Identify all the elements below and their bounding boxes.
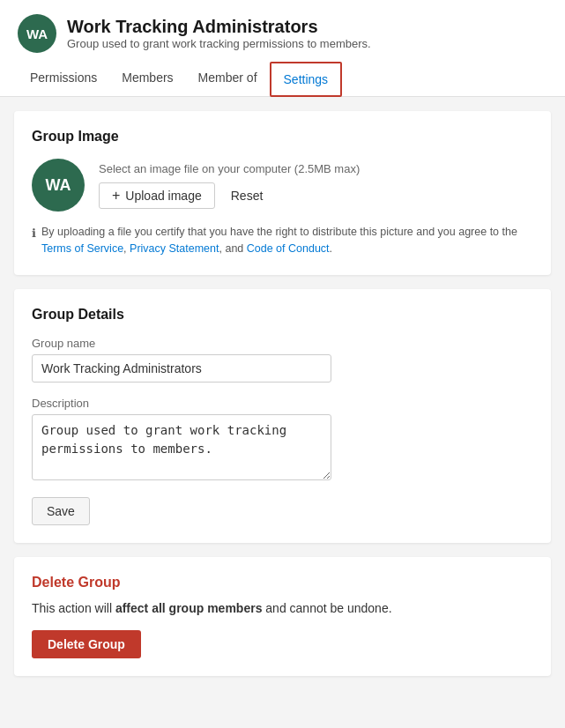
group-avatar: WA <box>18 14 56 53</box>
image-controls: Select an image file on your computer (2… <box>99 162 360 209</box>
tabs-nav: Permissions Members Member of Settings <box>18 62 547 96</box>
terms-link[interactable]: Terms of Service <box>41 242 123 255</box>
group-title: Work Tracking Administrators <box>67 17 371 37</box>
upload-image-button[interactable]: + Upload image <box>99 182 215 209</box>
header-text: Work Tracking Administrators Group used … <box>67 17 371 50</box>
group-details-title: Group Details <box>32 307 533 323</box>
conduct-link[interactable]: Code of Conduct <box>247 242 330 255</box>
group-name-input[interactable] <box>32 354 331 383</box>
delete-group-card: Delete Group This action will affect all… <box>14 557 551 676</box>
save-button[interactable]: Save <box>32 497 90 525</box>
group-description-label: Description <box>32 397 533 410</box>
image-row: WA Select an image file on your computer… <box>32 159 533 212</box>
delete-notice: This action will affect all group member… <box>32 599 533 618</box>
tab-member-of[interactable]: Member of <box>186 62 270 96</box>
main-content: Group Image WA Select an image file on y… <box>0 97 565 690</box>
group-name-group: Group name <box>32 337 533 383</box>
group-name-label: Group name <box>32 337 533 350</box>
privacy-link[interactable]: Privacy Statement <box>130 242 219 255</box>
tab-members[interactable]: Members <box>109 62 185 96</box>
group-subtitle: Group used to grant work tracking permis… <box>67 37 371 50</box>
image-buttons: + Upload image Reset <box>99 182 360 209</box>
image-notice: ℹ By uploading a file you certify that y… <box>32 224 533 257</box>
tab-permissions[interactable]: Permissions <box>18 62 109 96</box>
group-image-card: Group Image WA Select an image file on y… <box>14 111 551 275</box>
plus-icon: + <box>112 189 120 203</box>
group-description-textarea[interactable]: Group used to grant work tracking permis… <box>32 414 331 480</box>
reset-button[interactable]: Reset <box>224 183 271 208</box>
group-details-card: Group Details Group name Description Gro… <box>14 289 551 543</box>
header-top: WA Work Tracking Administrators Group us… <box>18 14 547 53</box>
group-image-title: Group Image <box>32 129 533 145</box>
tab-settings[interactable]: Settings <box>270 62 343 97</box>
delete-group-title: Delete Group <box>32 575 533 591</box>
group-image-avatar: WA <box>32 159 85 212</box>
page-header: WA Work Tracking Administrators Group us… <box>0 0 565 97</box>
info-icon: ℹ <box>32 225 36 242</box>
group-description-group: Description Group used to grant work tra… <box>32 397 533 483</box>
group-image-section: WA Select an image file on your computer… <box>32 159 533 257</box>
image-hint: Select an image file on your computer (2… <box>99 162 360 175</box>
delete-group-button[interactable]: Delete Group <box>32 630 141 658</box>
